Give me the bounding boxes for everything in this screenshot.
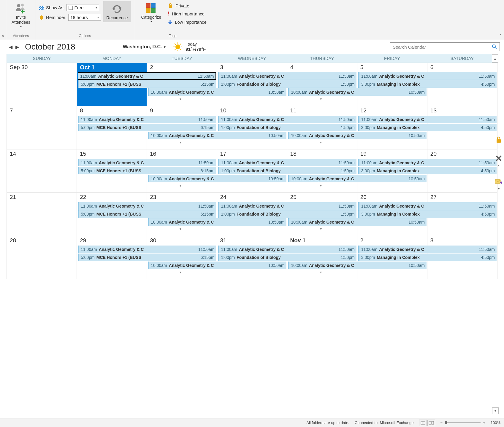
calendar-event[interactable]: 10:00amAnalytic Geometry & C10:50am (148, 88, 286, 96)
calendar-event[interactable]: 3:00pmManaging in Complex4:50pm (358, 80, 497, 88)
day-number: 17 (220, 151, 226, 157)
calendar-event[interactable]: 11:00amAnalytic Geometry & C11:50am (78, 72, 216, 80)
location-picker[interactable]: Washington, D.C. ▾ (123, 44, 166, 50)
calendar-event[interactable]: 1:00pmFoundation of Biology1:50pm (218, 210, 356, 218)
day-cell[interactable]: 28 (7, 236, 77, 279)
day-cell[interactable]: 7 (7, 106, 77, 149)
calendar-event[interactable]: 11:00amAnalytic Geometry & C11:50am (358, 116, 497, 123)
event-start: 11:00am (221, 247, 237, 252)
calendar-event[interactable]: 10:00amAnalytic Geometry & C10:50am (148, 262, 286, 269)
overflow-indicator[interactable]: ▾ (320, 270, 322, 274)
private-button[interactable]: Private (168, 3, 207, 8)
calendar-event[interactable]: 3:00pmManaging in Complex4:50pm (358, 167, 497, 174)
chevron-down-icon[interactable]: ▾ (495, 164, 502, 167)
event-start: 1:00pm (221, 168, 235, 173)
day-cell[interactable]: 21 (7, 193, 77, 236)
calendar-event[interactable]: 5:00pmMCE Honors +1 (BUSS6:15pm (78, 254, 216, 261)
calendar-event[interactable]: 11:00amAnalytic Geometry & C11:50am (218, 72, 356, 80)
calendar-event[interactable]: 11:00amAnalytic Geometry & C11:50am (78, 159, 216, 166)
svg-rect-26 (495, 179, 500, 184)
calendar-event[interactable]: 11:00amAnalytic Geometry & C11:50am (218, 246, 356, 253)
calendar-event[interactable]: 11:00amAnalytic Geometry & C11:50am (78, 246, 216, 253)
calendar-event[interactable]: 11:00amAnalytic Geometry & C11:50am (358, 246, 497, 253)
overflow-indicator[interactable]: ▾ (180, 227, 181, 231)
calendar-event[interactable]: 11:00amAnalytic Geometry & C11:50am (358, 202, 497, 210)
day-number: 2 (150, 64, 153, 71)
calendar-event[interactable]: 10:00amAnalytic Geometry & C10:50am (288, 175, 427, 182)
lock-icon[interactable] (495, 136, 502, 144)
calendar-event[interactable]: 5:00pmMCE Honors +1 (BUSS6:15pm (78, 210, 216, 218)
overflow-indicator[interactable]: ▾ (320, 227, 322, 231)
high-importance-button[interactable]: ! High Importance (168, 11, 207, 17)
calendar-event[interactable]: 11:00amAnalytic Geometry & C11:50am (218, 116, 356, 123)
day-number: 7 (10, 107, 13, 114)
week-row: 2122232425262711:00amAnalytic Geometry &… (7, 193, 497, 236)
ribbon-group-attendees: Invite Attendees ▾ Attendees (6, 0, 36, 40)
overflow-indicator[interactable]: ▾ (180, 140, 181, 144)
calendar-event[interactable]: 5:00pmMCE Honors +1 (BUSS6:15pm (78, 80, 216, 88)
calendar-event[interactable]: 1:00pmFoundation of Biology1:50pm (218, 254, 356, 261)
dow-cell: FRIDAY (357, 54, 427, 63)
calendar-event[interactable]: 10:00amAnalytic Geometry & C10:50am (288, 88, 427, 96)
scroll-up-button[interactable]: ▴ (492, 54, 498, 63)
low-importance-button[interactable]: Low Importance (168, 19, 207, 25)
calendar-event[interactable]: 3:00pmManaging in Complex4:50pm (358, 124, 497, 131)
chevron-down-icon: ▾ (97, 16, 99, 19)
search-calendar[interactable] (390, 42, 500, 51)
event-end: 11:50am (479, 74, 495, 79)
calendar-event[interactable]: 11:00amAnalytic Geometry & C11:50am (218, 159, 356, 166)
calendar-event[interactable]: 1:00pmFoundation of Biology1:50pm (218, 80, 356, 88)
weather-widget[interactable]: Today 91°F/79°F (173, 42, 206, 52)
calendar-event[interactable]: 10:00amAnalytic Geometry & C10:50am (148, 132, 286, 139)
calendar-event[interactable]: 3:00pmManaging in Complex4:50pm (358, 254, 497, 261)
calendar-event[interactable]: 10:00amAnalytic Geometry & C10:50am (288, 218, 427, 226)
event-end: 11:50am (198, 117, 214, 122)
calendar-event[interactable]: 11:00amAnalytic Geometry & C11:50am (78, 202, 216, 210)
chevron-down-icon: ▾ (150, 20, 152, 23)
calendar-event[interactable]: 1:00pmFoundation of Biology1:50pm (218, 167, 356, 174)
day-number: 3 (430, 237, 434, 244)
invite-attendees-button[interactable]: Invite Attendees ▾ (9, 1, 33, 29)
event-start: 3:00pm (361, 168, 375, 173)
calendar-event[interactable]: 3:00pmManaging in Complex4:50pm (358, 210, 497, 218)
search-icon[interactable] (492, 44, 497, 50)
overflow-indicator[interactable]: ▾ (180, 97, 181, 101)
calendar-event[interactable]: 10:00amAnalytic Geometry & C10:50am (288, 262, 427, 269)
ribbon-collapse-button[interactable]: ˄ (500, 34, 502, 39)
event-start: 10:00am (151, 263, 167, 268)
event-start: 11:00am (361, 204, 377, 208)
overflow-indicator[interactable]: ▾ (320, 184, 322, 188)
search-input[interactable] (393, 44, 492, 50)
reply-meeting-icon[interactable] (495, 178, 503, 185)
calendar-event[interactable]: 11:00amAnalytic Geometry & C11:50am (358, 72, 497, 80)
day-cell[interactable]: Sep 30 (7, 63, 77, 106)
calendar-event[interactable]: 11:00amAnalytic Geometry & C11:50am (218, 202, 356, 210)
week-row: 1415161718192011:00amAnalytic Geometry &… (7, 149, 497, 193)
show-as-select[interactable]: Free ▾ (66, 4, 99, 11)
calendar-event[interactable]: 5:00pmMCE Honors +1 (BUSS6:15pm (78, 167, 216, 174)
overflow-indicator[interactable]: ▾ (320, 97, 322, 101)
calendar-event[interactable]: 11:00amAnalytic Geometry & C11:50am (78, 116, 216, 123)
calendar-event[interactable]: 10:00amAnalytic Geometry & C10:50am (148, 218, 286, 226)
overflow-indicator[interactable]: ▾ (180, 270, 181, 274)
day-cell[interactable]: 14 (7, 149, 77, 193)
event-title: Managing in Complex (377, 255, 479, 260)
calendar-event[interactable]: 10:00amAnalytic Geometry & C10:50am (288, 132, 427, 139)
calendar-event[interactable]: 1:00pmFoundation of Biology1:50pm (218, 124, 356, 131)
chevron-down-icon[interactable]: ▾ (495, 187, 503, 190)
calendar-event[interactable]: 11:00amAnalytic Geometry & C11:50am (358, 159, 497, 166)
next-month-button[interactable]: ▶ (15, 44, 19, 50)
event-title: Analytic Geometry & C (99, 160, 196, 165)
calendar-event[interactable]: 5:00pmMCE Honors +1 (BUSS6:15pm (78, 124, 216, 131)
overflow-indicator[interactable]: ▾ (320, 140, 322, 144)
categorize-button[interactable]: Categorize ▾ (139, 1, 164, 24)
overflow-indicator[interactable]: ▾ (180, 184, 181, 188)
day-number: 28 (10, 237, 16, 244)
close-icon[interactable] (495, 155, 502, 162)
event-start: 11:00am (361, 160, 377, 165)
prev-month-button[interactable]: ◀ (9, 44, 12, 50)
event-title: Analytic Geometry & C (379, 247, 477, 252)
recurrence-button[interactable]: Recurrence (103, 1, 131, 22)
reminder-select[interactable]: 18 hours ▾ (68, 14, 101, 21)
calendar-event[interactable]: 10:00amAnalytic Geometry & C10:50am (148, 175, 286, 182)
